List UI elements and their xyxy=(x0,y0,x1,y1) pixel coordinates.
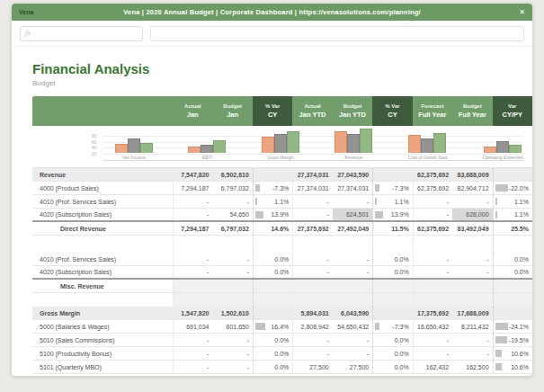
value-cell[interactable]: - xyxy=(333,253,372,265)
value-cell[interactable]: - xyxy=(413,253,452,265)
value-cell[interactable]: - xyxy=(292,253,332,265)
value-cell[interactable]: 6,797,032 xyxy=(212,222,252,235)
variance-cell[interactable]: 10.6% xyxy=(493,361,532,373)
value-cell[interactable]: - xyxy=(173,266,212,278)
value-cell[interactable]: - xyxy=(292,266,332,278)
value-cell[interactable]: - xyxy=(292,209,332,220)
value-cell[interactable]: 83,492,049 xyxy=(452,222,492,235)
value-cell[interactable]: - xyxy=(173,334,212,346)
value-cell[interactable]: - xyxy=(413,347,452,360)
variance-cell[interactable]: 0.0% xyxy=(253,266,292,278)
variance-cell[interactable]: 0.0% xyxy=(253,253,292,265)
row-label[interactable]: 4020 (Subscription Sales) xyxy=(32,209,173,220)
variance-cell[interactable]: 13.9% xyxy=(372,209,412,220)
value-cell[interactable]: - xyxy=(452,195,492,208)
value-cell[interactable]: 17,375,692 xyxy=(413,307,452,319)
variance-cell[interactable]: 16.4% xyxy=(253,320,292,333)
value-cell[interactable]: - xyxy=(452,266,492,278)
value-cell[interactable]: 54,650 xyxy=(212,209,252,220)
variance-cell[interactable]: 0.0% xyxy=(372,334,412,346)
value-cell[interactable]: 6,797,032 xyxy=(212,182,252,194)
value-cell[interactable]: 83,688,009 xyxy=(452,168,492,181)
variance-cell[interactable]: 11.5% xyxy=(372,222,412,235)
value-cell[interactable]: - xyxy=(212,347,252,360)
value-cell[interactable]: - xyxy=(413,195,452,208)
value-cell[interactable]: - xyxy=(292,195,332,208)
value-cell[interactable]: 7,294,187 xyxy=(173,222,212,235)
variance-cell[interactable]: 1.1% xyxy=(493,209,532,220)
variance-cell[interactable]: 0.0% xyxy=(372,361,412,373)
value-cell[interactable]: 162,500 xyxy=(452,361,492,373)
row-label[interactable]: Revenue xyxy=(32,168,173,181)
row-label[interactable]: 4000 (Product Sales) xyxy=(32,182,173,194)
value-cell[interactable]: 1,502,610 xyxy=(212,307,252,319)
value-cell[interactable]: 6,043,590 xyxy=(333,307,372,319)
value-cell[interactable]: 27,374,031 xyxy=(333,182,372,194)
value-cell[interactable]: 162,432 xyxy=(413,361,452,373)
variance-cell[interactable]: -24.1% xyxy=(493,320,532,333)
value-cell[interactable]: 27,492,049 xyxy=(333,222,372,235)
row-label[interactable]: Gross Margin xyxy=(32,307,173,319)
value-cell[interactable]: 62,375,692 xyxy=(413,222,452,235)
variance-cell[interactable]: -7.3% xyxy=(372,182,412,194)
variance-cell[interactable]: 0.0% xyxy=(253,334,292,346)
value-cell[interactable]: 6,502,610 xyxy=(212,168,252,181)
value-cell[interactable]: 54,650,432 xyxy=(333,320,372,333)
value-cell[interactable]: - xyxy=(292,347,332,360)
close-icon[interactable]: ✕ xyxy=(444,8,525,16)
variance-cell[interactable]: 1.1% xyxy=(372,195,412,208)
variance-cell[interactable]: 14.6% xyxy=(253,222,292,235)
value-cell[interactable]: - xyxy=(173,209,212,220)
value-cell[interactable]: - xyxy=(452,347,492,360)
value-cell[interactable]: - xyxy=(452,253,492,265)
value-cell[interactable]: - xyxy=(212,266,252,278)
value-cell[interactable]: 8,211,432 xyxy=(452,320,492,333)
value-cell[interactable]: - xyxy=(173,347,212,360)
variance-cell[interactable]: 0.0% xyxy=(372,347,412,360)
variance-cell[interactable]: 0.0% xyxy=(372,266,412,278)
value-cell[interactable]: 27,374,031 xyxy=(292,182,332,194)
value-cell[interactable]: 27,500 xyxy=(292,361,332,373)
fx-cell-reference-box[interactable]: fx xyxy=(20,26,143,41)
value-cell[interactable]: 82,904,712 xyxy=(452,182,492,194)
value-cell[interactable]: - xyxy=(173,361,212,373)
value-cell[interactable]: 1,547,820 xyxy=(173,307,212,319)
value-cell[interactable]: 27,374,031 xyxy=(292,168,332,181)
value-cell[interactable]: - xyxy=(173,195,212,208)
variance-cell[interactable]: 0.0% xyxy=(253,347,292,360)
value-cell[interactable]: - xyxy=(333,334,372,346)
value-cell[interactable]: - xyxy=(212,334,252,346)
variance-cell[interactable]: 1.1% xyxy=(493,195,532,208)
variance-cell[interactable]: 0.0% xyxy=(493,266,532,278)
value-cell[interactable]: - xyxy=(212,361,252,373)
variance-cell[interactable]: 1.1% xyxy=(253,195,292,208)
value-cell[interactable]: 17,688,009 xyxy=(452,307,492,319)
value-cell[interactable]: - xyxy=(173,253,212,265)
value-cell[interactable]: 62,375,692 xyxy=(413,182,452,194)
value-cell[interactable]: - xyxy=(333,266,372,278)
row-label[interactable]: 4010 (Prof. Services Sales) xyxy=(32,195,173,208)
value-cell[interactable]: 27,043,590 xyxy=(333,168,372,181)
variance-cell[interactable]: 10.6% xyxy=(493,347,532,360)
value-cell[interactable]: - xyxy=(212,253,252,265)
value-cell[interactable]: - xyxy=(413,209,452,220)
formula-input[interactable] xyxy=(150,26,524,41)
value-cell[interactable]: 691,034 xyxy=(173,320,212,333)
row-label[interactable]: 4020 (Subscription Sales) xyxy=(32,266,173,278)
value-cell[interactable]: - xyxy=(292,334,332,346)
variance-cell[interactable]: 0.0% xyxy=(253,361,292,373)
row-label[interactable]: 5010 (Sales Commissions) xyxy=(32,334,173,346)
value-cell[interactable]: 27,375,692 xyxy=(292,222,332,235)
value-cell[interactable]: - xyxy=(413,334,452,346)
variance-cell[interactable]: 0.0% xyxy=(493,253,532,265)
value-cell[interactable]: 624,501 xyxy=(333,209,372,220)
value-cell[interactable]: 5,894,031 xyxy=(292,307,332,319)
value-cell[interactable]: 628,000 xyxy=(452,209,492,220)
value-cell[interactable]: - xyxy=(452,334,492,346)
value-cell[interactable]: - xyxy=(212,195,252,208)
value-cell[interactable]: 62,375,692 xyxy=(413,168,452,181)
value-cell[interactable]: - xyxy=(413,266,452,278)
variance-cell[interactable]: -19.5% xyxy=(493,334,532,346)
value-cell[interactable]: 7,294,187 xyxy=(173,182,212,194)
variance-cell[interactable]: -7.3% xyxy=(372,320,412,333)
